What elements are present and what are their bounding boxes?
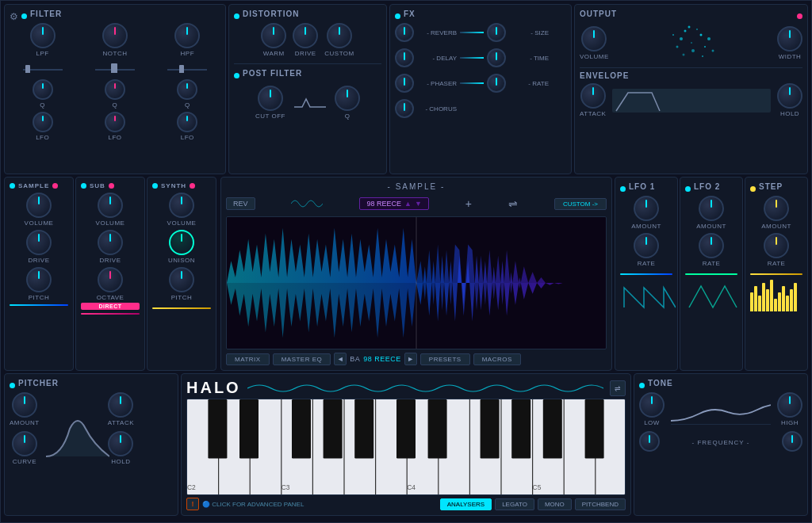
attack-label: ATTACK [580,110,606,117]
hpf-knob[interactable] [174,23,200,48]
analysers-btn[interactable]: ANALYSERS [440,498,492,510]
macros-btn[interactable]: MACROS [473,353,521,365]
step-bar-11 [790,289,793,311]
mono-btn[interactable]: MONO [538,498,572,510]
chorus-on-knob[interactable] [395,99,414,118]
info-button[interactable]: ! [186,498,199,510]
pitcher-amount-knob[interactable] [12,392,37,418]
piano-shuffle-btn[interactable]: ⇌ [610,380,626,396]
pitcher-attack-knob[interactable] [108,392,133,418]
waveform-svg [227,217,606,349]
pitchbend-btn[interactable]: PITCHBEND [575,498,626,510]
piano-keys-svg[interactable]: C2 C3 C4 C5 [187,399,625,494]
step-rate-knob[interactable] [764,233,789,258]
lfo-panels: LFO 1 AMOUNT RATE [615,177,808,371]
output-scatter [669,23,717,63]
hold-knob[interactable] [777,83,802,109]
volume-group: VOLUME [580,26,609,60]
synth-unison-knob[interactable] [169,230,194,255]
envelope-section: ENVELOPE ATTACK HOLD [580,67,802,117]
sample-down-arrow[interactable]: ▼ [415,200,422,208]
step-bar-9 [782,286,785,311]
width-label: WIDTH [779,53,802,60]
step-amount-knob[interactable] [764,196,789,221]
width-knob[interactable] [777,26,802,52]
sample-center-panel: - SAMPLE - REV 98 REECE ▲ ▼ + ⇌ CUSTOM -… [220,177,612,371]
notch-knob[interactable] [102,23,128,48]
q-lpf-knob[interactable] [33,79,53,100]
custom-button[interactable]: CUSTOM -> [554,198,607,210]
sample-vol-knob[interactable] [26,193,52,218]
shuffle-icon[interactable]: ⇌ [508,197,518,210]
sub-vol-knob[interactable] [98,193,123,218]
lfo-notch-knob[interactable] [105,112,125,132]
output-dot [797,13,802,19]
custom-dist-knob[interactable] [327,23,352,48]
pitcher-hold-knob[interactable] [108,431,133,456]
lfo-hpf-knob[interactable] [177,112,197,132]
plus-icon[interactable]: + [465,197,472,210]
next-arrow[interactable]: ► [404,353,417,365]
lpf-knob[interactable] [30,23,56,48]
step-header: STEP [750,182,802,196]
phaser-rate-knob[interactable] [487,74,506,93]
tone-freq-high-knob[interactable] [782,431,802,452]
sample-name-box[interactable]: 98 REECE ▲ ▼ [359,197,428,210]
q-hpf-group: Q [177,79,197,109]
hpf-slider-container [163,60,211,74]
q-notch-knob[interactable] [105,79,125,100]
rev-button[interactable]: REV [226,197,255,210]
sub-octave-knob[interactable] [98,267,123,292]
svg-text:C4: C4 [407,483,416,491]
lfo1-rate-knob[interactable] [634,233,659,258]
reverb-on-knob[interactable] [395,23,414,42]
legato-btn[interactable]: LEGATO [495,498,534,510]
tone-low-knob[interactable] [639,392,665,418]
lfo2-rate-knob[interactable] [699,233,724,258]
presets-btn[interactable]: PRESETS [420,353,470,365]
post-filter-dot [234,73,239,78]
gear-icon[interactable]: ⚙ [10,11,18,22]
svg-rect-36 [239,399,259,458]
lfo2-slider [685,273,737,275]
phaser-on-knob[interactable] [395,74,414,93]
delay-time-knob[interactable] [487,48,506,67]
filter-title: FILTER [30,10,62,18]
pitcher-curve-knob[interactable] [12,431,37,456]
sample-mini-wave-svg [291,194,323,213]
top-row: ⚙ FILTER LPF NOTCH HPF [4,4,808,174]
tone-freq-low-knob[interactable] [639,431,660,452]
lfo1-amount-knob[interactable] [634,196,659,221]
sample-pitch-knob[interactable] [26,267,52,292]
svg-point-16 [702,55,703,57]
warm-knob[interactable] [261,23,286,48]
prev-arrow[interactable]: ◄ [334,353,347,365]
sample-up-arrow[interactable]: ▲ [404,200,412,208]
delay-on-knob[interactable] [395,48,414,67]
synth-source-panel: SYNTH VOLUME UNISON PITCH [147,177,216,371]
volume-knob[interactable] [581,26,607,52]
sample-drive-knob[interactable] [26,230,52,255]
tone-high-knob[interactable] [777,392,802,418]
sample-drive-label: DRIVE [29,257,50,264]
lfo-lpf-knob[interactable] [33,112,53,132]
reverb-size-knob[interactable] [487,23,506,42]
advanced-panel-label[interactable]: 🔵 CLICK FOR ADVANCED PANEL [202,501,304,508]
synth-pitch-knob[interactable] [169,267,194,292]
warm-group: WARM [261,23,286,57]
pitcher-hold-group: HOLD [108,431,134,465]
master-eq-btn[interactable]: MASTER EQ [273,353,331,365]
svg-point-11 [707,37,710,40]
matrix-btn[interactable]: MATRIX [226,353,270,365]
chorus-label: - CHORUS [417,105,457,113]
synth-vol-knob[interactable] [169,193,194,218]
q-filter-knob[interactable] [335,86,360,111]
lfo-notch-label: LFO [108,134,121,141]
drive-knob[interactable] [293,23,318,48]
custom-dist-group: CUSTOM [324,23,354,57]
q-hpf-knob[interactable] [177,79,197,100]
cutoff-knob[interactable] [258,86,283,111]
lfo2-amount-knob[interactable] [699,196,724,221]
attack-knob[interactable] [580,83,606,109]
sub-drive-knob[interactable] [98,230,123,255]
